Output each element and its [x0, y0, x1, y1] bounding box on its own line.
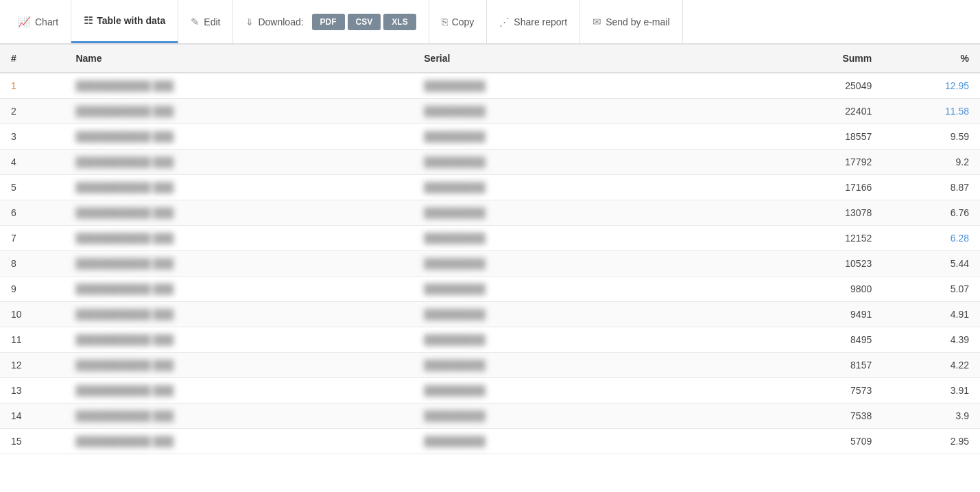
cell-name: ███████████ ███: [64, 124, 413, 150]
cell-id: 14: [0, 403, 64, 429]
cell-serial: █████████: [413, 200, 721, 226]
cell-summ: 8495: [721, 327, 883, 353]
cell-pct: 5.07: [883, 277, 980, 302]
cell-id: 9: [0, 277, 64, 302]
cell-summ: 25049: [721, 73, 883, 99]
cell-id: 12: [0, 353, 64, 378]
cell-id: 8: [0, 251, 64, 277]
table-row: 11███████████ ████████████84954.39: [0, 327, 980, 353]
cell-pct[interactable]: 12.95: [883, 73, 980, 99]
chart-icon: 📈: [18, 16, 31, 28]
cell-name: ███████████ ███: [64, 378, 413, 403]
cell-summ: 13078: [721, 200, 883, 226]
cell-serial: █████████: [413, 429, 721, 454]
cell-name: ███████████ ███: [64, 429, 413, 454]
cell-summ: 5709: [721, 429, 883, 454]
table-row: 3███████████ ████████████185579.59: [0, 124, 980, 150]
xls-button[interactable]: XLS: [383, 14, 416, 30]
edit-icon: ✎: [191, 16, 200, 28]
cell-id: 3: [0, 124, 64, 150]
cell-name: ███████████ ███: [64, 175, 413, 200]
cell-summ: 12152: [721, 226, 883, 251]
download-group: ⇓ Download: PDF CSV XLS: [233, 0, 429, 43]
cell-pct: 2.95: [883, 429, 980, 454]
cell-serial: █████████: [413, 99, 721, 124]
table-tab[interactable]: ☷ Table with data: [71, 0, 178, 43]
cell-id: 2: [0, 99, 64, 124]
cell-pct: 8.87: [883, 175, 980, 200]
cell-serial: █████████: [413, 150, 721, 175]
table-row: 15███████████ ████████████57092.95: [0, 429, 980, 454]
cell-summ: 22401: [721, 99, 883, 124]
cell-pct: 5.44: [883, 251, 980, 277]
table-row: 2███████████ ████████████2240111.58: [0, 99, 980, 124]
copy-button[interactable]: ⎘ Copy: [429, 0, 488, 43]
edit-button[interactable]: ✎ Edit: [178, 0, 233, 43]
cell-summ: 7573: [721, 378, 883, 403]
table-row: 13███████████ ████████████75733.91: [0, 378, 980, 403]
col-header-hash: #: [0, 45, 64, 73]
cell-pct: 4.91: [883, 302, 980, 327]
table-row: 4███████████ ████████████177929.2: [0, 150, 980, 175]
cell-name: ███████████ ███: [64, 99, 413, 124]
cell-summ: 17166: [721, 175, 883, 200]
cell-pct: 4.22: [883, 353, 980, 378]
cell-summ: 18557: [721, 124, 883, 150]
cell-summ: 8157: [721, 353, 883, 378]
chart-tab[interactable]: 📈 Chart: [5, 0, 71, 43]
download-label-text: ⇓ Download:: [246, 16, 303, 27]
share-button[interactable]: ⋰ Share report: [487, 0, 580, 43]
cell-name: ███████████ ███: [64, 353, 413, 378]
table-row: 7███████████ ████████████121526.28: [0, 226, 980, 251]
csv-button[interactable]: CSV: [348, 14, 381, 30]
cell-id: 6: [0, 200, 64, 226]
table-row: 5███████████ ████████████171668.87: [0, 175, 980, 200]
cell-serial: █████████: [413, 353, 721, 378]
col-header-summ: Summ: [721, 45, 883, 73]
pdf-button[interactable]: PDF: [312, 14, 345, 30]
email-button[interactable]: ✉ Send by e-mail: [580, 0, 682, 43]
cell-id: 4: [0, 150, 64, 175]
cell-name: ███████████ ███: [64, 150, 413, 175]
data-table-container: # Name Serial Summ % 1███████████ ██████…: [0, 45, 980, 454]
share-icon: ⋰: [499, 16, 510, 28]
table-row: 14███████████ ████████████75383.9: [0, 403, 980, 429]
table-tab-label: Table with data: [97, 15, 165, 26]
cell-summ: 7538: [721, 403, 883, 429]
share-label: Share report: [514, 16, 567, 27]
col-header-serial: Serial: [413, 45, 721, 73]
cell-summ: 17792: [721, 150, 883, 175]
cell-name: ███████████ ███: [64, 302, 413, 327]
cell-serial: █████████: [413, 277, 721, 302]
cell-name: ███████████ ███: [64, 251, 413, 277]
table-row: 1███████████ ████████████2504912.95: [0, 73, 980, 99]
table-header-row: # Name Serial Summ %: [0, 45, 980, 73]
col-header-name: Name: [64, 45, 413, 73]
download-icon: ⇓: [246, 16, 254, 27]
toolbar: 📈 Chart ☷ Table with data ✎ Edit ⇓ Downl…: [0, 0, 980, 45]
cell-summ: 10523: [721, 251, 883, 277]
cell-serial: █████████: [413, 73, 721, 99]
cell-name: ███████████ ███: [64, 226, 413, 251]
cell-pct[interactable]: 6.28: [883, 226, 980, 251]
chart-tab-label: Chart: [35, 16, 58, 27]
copy-label: Copy: [452, 16, 475, 27]
cell-name: ███████████ ███: [64, 200, 413, 226]
cell-summ: 9800: [721, 277, 883, 302]
cell-id: 5: [0, 175, 64, 200]
cell-pct: 3.91: [883, 378, 980, 403]
cell-pct[interactable]: 11.58: [883, 99, 980, 124]
cell-id[interactable]: 1: [0, 73, 64, 99]
cell-id: 15: [0, 429, 64, 454]
cell-serial: █████████: [413, 124, 721, 150]
cell-name: ███████████ ███: [64, 327, 413, 353]
cell-serial: █████████: [413, 327, 721, 353]
cell-name: ███████████ ███: [64, 403, 413, 429]
cell-serial: █████████: [413, 403, 721, 429]
table-icon: ☷: [84, 14, 93, 27]
copy-icon: ⎘: [442, 16, 448, 27]
table-row: 6███████████ ████████████130786.76: [0, 200, 980, 226]
cell-pct: 6.76: [883, 200, 980, 226]
cell-id: 11: [0, 327, 64, 353]
data-table: # Name Serial Summ % 1███████████ ██████…: [0, 45, 980, 454]
